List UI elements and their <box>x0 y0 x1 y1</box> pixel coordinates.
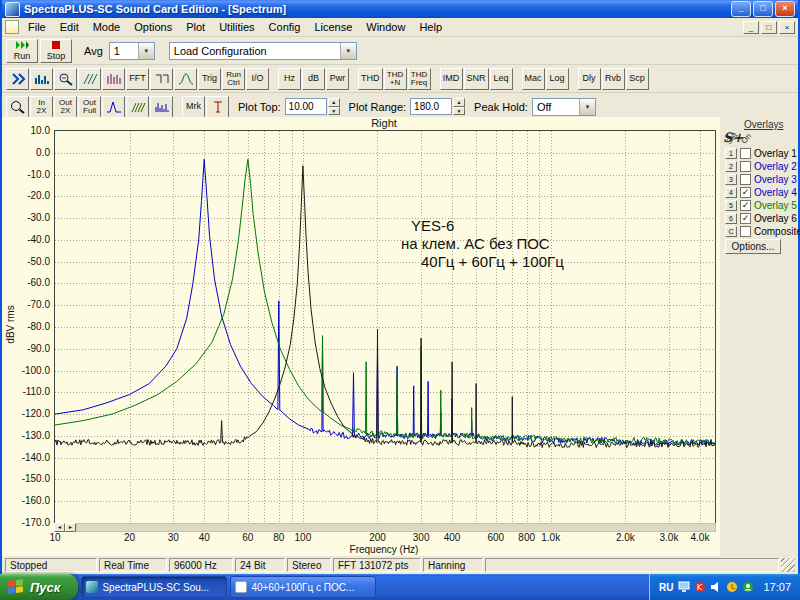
overlay-set-button-c[interactable]: C <box>725 226 737 237</box>
bell-curve-icon[interactable] <box>174 68 197 90</box>
start-button[interactable]: Пуск <box>0 574 78 600</box>
menu-item-edit[interactable]: Edit <box>53 19 86 35</box>
chevron-down-icon[interactable]: ▼ <box>340 43 356 59</box>
mdi-close-button[interactable]: × <box>779 21 795 34</box>
analysis-toolbar: FFTTrigRunCtrlI/OHzdBPwrTHDTHD+NTHDFreqI… <box>2 65 798 93</box>
tool-imd-button[interactable]: IMD <box>440 68 463 90</box>
overlays-options-button[interactable]: Options... <box>725 239 781 254</box>
tool-dly-button[interactable]: Dly <box>578 68 601 90</box>
tool-snr-button[interactable]: SNR <box>464 68 489 90</box>
tool-scp-button[interactable]: Scp <box>626 68 649 90</box>
update-icon[interactable] <box>725 581 738 594</box>
overlay-set-button-2[interactable]: 2 <box>725 161 737 172</box>
tool-thd-freq-button[interactable]: THDFreq <box>408 68 431 90</box>
overlay-set-button-1[interactable]: 1 <box>725 148 737 159</box>
toolbar-separator <box>570 68 577 90</box>
tool-trig-button[interactable]: Trig <box>198 68 221 90</box>
network-icon[interactable] <box>677 581 690 594</box>
scrollbar-thumb[interactable] <box>77 524 715 531</box>
taskbar: Пуск SpectraPLUS-SC Sou...40+60+100Гц с … <box>0 574 800 600</box>
overlay-on-checkbox[interactable] <box>740 148 751 159</box>
menu-item-window[interactable]: Window <box>359 19 412 35</box>
overlay-on-checkbox[interactable]: ✓ <box>740 200 751 211</box>
menu-item-plot[interactable]: Plot <box>179 19 212 35</box>
chevron-down-icon[interactable]: ▼ <box>579 99 595 115</box>
overlay-set-button-3[interactable]: 3 <box>725 174 737 185</box>
tool-hz-button[interactable]: Hz <box>278 68 301 90</box>
menu-item-file[interactable]: File <box>21 19 53 35</box>
tool-in-2x-button[interactable]: In2X <box>30 96 53 118</box>
zoom-wave-icon[interactable] <box>54 68 77 90</box>
chevron-down-icon[interactable]: ▼ <box>138 43 154 59</box>
menu-item-options[interactable]: Options <box>127 19 179 35</box>
menu-item-mode[interactable]: Mode <box>86 19 128 35</box>
menu-item-help[interactable]: Help <box>412 19 449 35</box>
overlay-on-checkbox[interactable]: ✓ <box>740 187 751 198</box>
mdi-minimize-button[interactable]: _ <box>743 21 759 34</box>
plot-range-input[interactable]: 180.0 <box>410 98 452 115</box>
antivirus-icon[interactable] <box>693 581 706 594</box>
config-select[interactable]: Load Configuration ▼ <box>169 42 357 60</box>
tool-thd-n-button[interactable]: THD+N <box>384 68 407 90</box>
tool-thd-button[interactable]: THD <box>358 68 383 90</box>
spectrum-plot[interactable]: YES-6 на клем. АС без ПОС 40Гц + 60Гц + … <box>54 130 716 524</box>
double-chevron-icon[interactable] <box>6 68 29 90</box>
scroll-right-button[interactable]: ► <box>65 523 76 532</box>
plot-range-spinner[interactable]: ▲▼ <box>453 98 465 115</box>
overlay-set-button-5[interactable]: 5 <box>725 200 737 211</box>
maximize-button[interactable]: □ <box>753 1 773 17</box>
overlays-header[interactable]: Overlays <box>744 119 783 130</box>
tool-run-ctrl-button[interactable]: RunCtrl <box>222 68 245 90</box>
language-indicator[interactable]: RU <box>659 582 673 593</box>
overlay-on-checkbox[interactable] <box>740 174 751 185</box>
hatch-lines-icon[interactable] <box>126 96 149 118</box>
plot-h-scrollbar[interactable]: ◄ ► <box>54 523 716 532</box>
volume-icon[interactable] <box>709 581 722 594</box>
messenger-icon[interactable] <box>741 581 754 594</box>
overlay-on-checkbox[interactable]: ✓ <box>740 213 751 224</box>
taskbar-task-button[interactable]: 40+60+100Гц с ПОС... <box>230 576 376 598</box>
window-corner-icon[interactable] <box>150 68 173 90</box>
close-button[interactable]: × <box>775 1 795 17</box>
tool-db-button[interactable]: dB <box>302 68 325 90</box>
titlebar: SpectraPLUS-SC Sound Card Edition - [Spe… <box>2 0 798 18</box>
comb-icon[interactable] <box>102 68 125 90</box>
comb-bars-icon[interactable] <box>150 96 173 118</box>
overlay-on-checkbox[interactable] <box>740 161 751 172</box>
menu-item-license[interactable]: License <box>307 19 359 35</box>
overlay-set-button-4[interactable]: 4 <box>725 187 737 198</box>
avg-select[interactable]: 1 ▼ <box>109 42 155 60</box>
y-tick-label: -150.0 <box>4 473 50 484</box>
zoom-icon[interactable] <box>6 96 29 118</box>
tool-rvb-button[interactable]: Rvb <box>602 68 625 90</box>
scroll-left-button[interactable]: ◄ <box>54 523 65 532</box>
mdi-restore-button[interactable]: □ <box>761 21 777 34</box>
tool-mrk-button[interactable]: Mrk <box>182 96 205 118</box>
peak-hold-select[interactable]: Off ▼ <box>532 98 596 116</box>
tool-pwr-button[interactable]: Pwr <box>326 68 349 90</box>
peak-curve-icon[interactable] <box>102 96 125 118</box>
plot-top-spinner[interactable]: ▲▼ <box>328 98 340 115</box>
menu-item-config[interactable]: Config <box>262 19 308 35</box>
y-tick-label: 0.0 <box>4 147 50 158</box>
overlay-set-button-6[interactable]: 6 <box>725 213 737 224</box>
tool-fft-button[interactable]: FFT <box>126 68 149 90</box>
minimize-button[interactable]: _ <box>731 1 751 17</box>
scrollbar-track[interactable] <box>76 523 716 532</box>
plot-top-input[interactable]: 10.00 <box>285 98 327 115</box>
overlay-on-checkbox[interactable] <box>740 226 751 237</box>
run-button[interactable]: Run <box>6 39 38 63</box>
menu-item-utilities[interactable]: Utilities <box>212 19 261 35</box>
stop-button[interactable]: Stop <box>40 39 72 63</box>
tool-i-o-button[interactable]: I/O <box>246 68 269 90</box>
hatch-icon[interactable] <box>78 68 101 90</box>
tool-mac-button[interactable]: Mac <box>522 68 545 90</box>
tool-leq-button[interactable]: Leq <box>490 68 513 90</box>
tool-out-2x-button[interactable]: Out2X <box>54 96 77 118</box>
x-tick-label: 600 <box>487 532 504 543</box>
equalizer-icon[interactable] <box>30 68 53 90</box>
tool-log-button[interactable]: Log <box>546 68 569 90</box>
taskbar-task-button[interactable]: SpectraPLUS-SC Sou... <box>81 576 227 598</box>
marker-icon[interactable] <box>206 96 229 118</box>
tool-out-full-button[interactable]: OutFull <box>78 96 101 118</box>
